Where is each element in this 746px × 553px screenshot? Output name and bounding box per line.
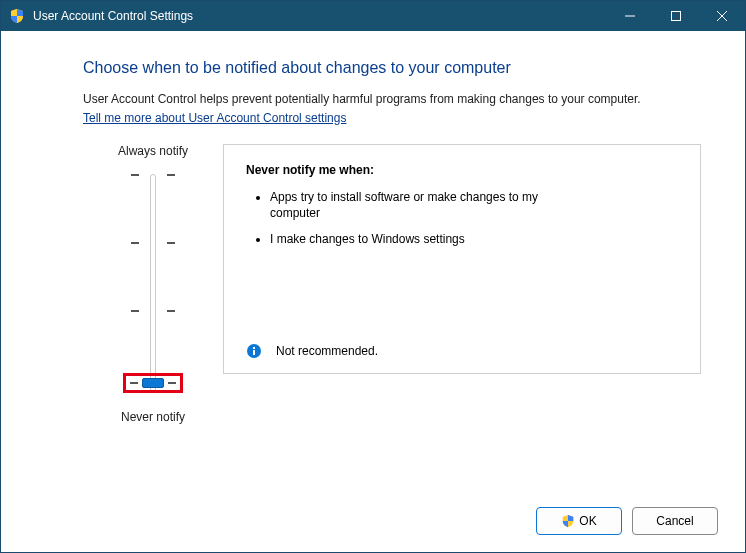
slider-tick bbox=[167, 310, 175, 312]
dialog-footer: OK Cancel bbox=[536, 507, 718, 535]
window-controls bbox=[607, 1, 745, 31]
description-panel: Never notify me when: Apps try to instal… bbox=[223, 144, 701, 374]
page-heading: Choose when to be notified about changes… bbox=[83, 59, 701, 77]
recommendation-row: Not recommended. bbox=[246, 343, 378, 359]
ok-button[interactable]: OK bbox=[536, 507, 622, 535]
info-icon bbox=[246, 343, 262, 359]
slider-tick bbox=[167, 174, 175, 176]
minimize-button[interactable] bbox=[607, 1, 653, 31]
slider-tick bbox=[131, 242, 139, 244]
titlebar: User Account Control Settings bbox=[1, 1, 745, 31]
description-column: Never notify me when: Apps try to instal… bbox=[223, 144, 701, 424]
cancel-button-label: Cancel bbox=[656, 514, 693, 528]
ok-button-label: OK bbox=[579, 514, 596, 528]
notification-slider[interactable] bbox=[123, 168, 183, 398]
slider-tick bbox=[130, 382, 138, 384]
slider-tick bbox=[167, 242, 175, 244]
close-button[interactable] bbox=[699, 1, 745, 31]
panel-list-item: Apps try to install software or make cha… bbox=[270, 189, 570, 221]
slider-track bbox=[150, 174, 156, 392]
slider-tick bbox=[131, 174, 139, 176]
uac-shield-icon bbox=[9, 8, 25, 24]
svg-rect-6 bbox=[253, 347, 255, 349]
panel-list: Apps try to install software or make cha… bbox=[246, 189, 678, 248]
panel-list-item: I make changes to Windows settings bbox=[270, 231, 570, 247]
recommendation-text: Not recommended. bbox=[276, 344, 378, 358]
content-area: Choose when to be notified about changes… bbox=[1, 31, 745, 424]
slider-top-label: Always notify bbox=[118, 144, 188, 158]
page-description: User Account Control helps prevent poten… bbox=[83, 91, 701, 108]
window-title: User Account Control Settings bbox=[33, 9, 607, 23]
settings-row: Always notify Never notify Never notify … bbox=[83, 144, 701, 424]
slider-thumb-highlight[interactable] bbox=[123, 373, 183, 393]
uac-shield-icon bbox=[561, 514, 575, 528]
slider-tick bbox=[168, 382, 176, 384]
slider-thumb[interactable] bbox=[142, 378, 164, 388]
svg-rect-5 bbox=[253, 350, 255, 355]
svg-rect-1 bbox=[672, 12, 681, 21]
slider-tick bbox=[131, 310, 139, 312]
help-link[interactable]: Tell me more about User Account Control … bbox=[83, 111, 346, 125]
cancel-button[interactable]: Cancel bbox=[632, 507, 718, 535]
maximize-button[interactable] bbox=[653, 1, 699, 31]
slider-bottom-label: Never notify bbox=[121, 410, 185, 424]
slider-column: Always notify Never notify bbox=[83, 144, 223, 424]
panel-title: Never notify me when: bbox=[246, 163, 678, 177]
